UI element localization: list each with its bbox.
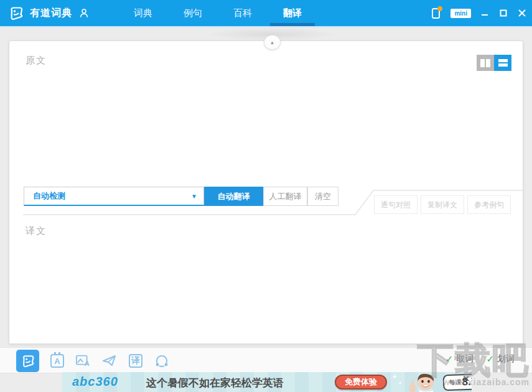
result-button-group: 逐句对照 复制译文 参考例句 xyxy=(374,195,511,214)
source-text-label: 原文 xyxy=(26,55,47,67)
ad-headline: 这个暑假不如在家轻松学英语 xyxy=(146,376,284,390)
sentence-compare-button[interactable]: 逐句对照 xyxy=(374,195,418,214)
community-circle-icon xyxy=(154,353,170,368)
columns-layout-icon xyxy=(480,59,490,67)
translate-tool-button[interactable]: 译 xyxy=(128,353,144,369)
youdao-logo-icon xyxy=(21,353,35,368)
target-text-output[interactable] xyxy=(10,241,522,343)
wordbook-icon: A xyxy=(50,354,64,368)
photo-translate-icon: A xyxy=(75,353,91,368)
tab-encyclopedia[interactable]: 百科 xyxy=(218,0,268,26)
ad-banner[interactable]: abc360 这个暑假不如在家轻松学英语 免费体验 ✦ ✦ 每课 8.7 元 xyxy=(62,372,472,392)
target-text-label: 译文 xyxy=(26,225,47,237)
dictionary-home-button[interactable] xyxy=(16,350,39,372)
mini-mode-button[interactable]: mini xyxy=(450,9,471,18)
layout-columns-button[interactable] xyxy=(477,55,494,71)
wordbook-button[interactable]: A xyxy=(49,353,65,369)
notification-phone-icon[interactable] xyxy=(431,6,442,20)
notification-dot xyxy=(437,6,442,11)
sparkle-icon: ✦ xyxy=(398,381,402,386)
minimize-button[interactable] xyxy=(480,8,490,18)
source-text-input[interactable] xyxy=(10,71,522,186)
layout-toggle-group xyxy=(477,55,511,71)
chevron-up-icon: ▲ xyxy=(270,40,275,45)
window-controls: mini xyxy=(431,0,527,26)
auto-translate-button[interactable]: 自动翻译 xyxy=(204,187,263,206)
check-icon: ✓ xyxy=(446,353,454,365)
collapse-panel-button[interactable]: ▲ xyxy=(264,35,281,50)
layout-rows-button[interactable] xyxy=(494,55,511,71)
clear-button[interactable]: 清空 xyxy=(307,187,338,206)
community-button[interactable] xyxy=(154,353,170,369)
tab-label: 例句 xyxy=(184,7,202,19)
tab-label: 词典 xyxy=(134,7,152,19)
copy-translation-button[interactable]: 复制译文 xyxy=(421,195,464,214)
ad-cta-button[interactable]: 免费体验 xyxy=(335,375,387,390)
photo-translate-button[interactable]: A xyxy=(75,353,91,369)
feedback-button[interactable] xyxy=(101,353,118,369)
word-capture-toggles: ✓ 取词 ✓ 划词 xyxy=(446,353,515,365)
language-select-value: 自动检测 xyxy=(33,190,65,202)
highlight-word-label: 划词 xyxy=(497,353,515,365)
tab-translate[interactable]: 翻译 xyxy=(268,0,317,26)
ad-close-button[interactable]: × xyxy=(460,374,472,385)
tab-label: 百科 xyxy=(233,7,252,19)
youdao-logo-icon xyxy=(7,4,25,22)
svg-text:A: A xyxy=(85,360,90,367)
language-select[interactable]: 自动检测 ▼ xyxy=(24,187,204,206)
user-account-icon[interactable] xyxy=(78,7,90,19)
bottom-toolbar: A A 译 xyxy=(0,347,532,373)
tab-dictionary[interactable]: 词典 xyxy=(118,0,168,26)
app-title: 有道词典 xyxy=(30,7,72,20)
tab-examples[interactable]: 例句 xyxy=(168,0,218,26)
capture-word-toggle[interactable]: ✓ 取词 xyxy=(446,353,474,365)
app-brand: 有道词典 xyxy=(7,0,90,26)
capture-word-label: 取词 xyxy=(456,353,474,365)
main-nav-tabs: 词典 例句 百科 翻译 xyxy=(118,0,317,26)
highlight-word-toggle[interactable]: ✓ 划词 xyxy=(486,353,515,365)
title-bar: 有道词典 词典 例句 百科 翻译 mini xyxy=(0,0,532,26)
check-icon: ✓ xyxy=(486,353,494,365)
translate-icon: 译 xyxy=(129,354,142,368)
translate-panel: 原文 自动检测 ▼ 自动翻译 人工翻译 清空 逐句对照 复制译文 参考例句 译文 xyxy=(9,40,523,344)
human-translate-button[interactable]: 人工翻译 xyxy=(263,187,307,206)
ad-brand-logo: abc360 xyxy=(72,375,118,389)
paper-plane-icon xyxy=(101,353,118,368)
close-button[interactable] xyxy=(517,8,527,18)
reference-examples-button[interactable]: 参考例句 xyxy=(467,195,511,214)
sparkle-icon: ✦ xyxy=(392,373,397,380)
ad-girl-photo xyxy=(406,372,443,392)
app-window: 有道词典 词典 例句 百科 翻译 mini xyxy=(0,0,532,392)
chevron-down-icon: ▼ xyxy=(191,193,197,200)
tab-label: 翻译 xyxy=(283,7,302,19)
toolbar-icon-group: A A 译 xyxy=(16,350,170,372)
rows-layout-icon xyxy=(498,59,508,67)
price-label: 每课 xyxy=(449,378,461,387)
maximize-button[interactable] xyxy=(498,8,508,18)
